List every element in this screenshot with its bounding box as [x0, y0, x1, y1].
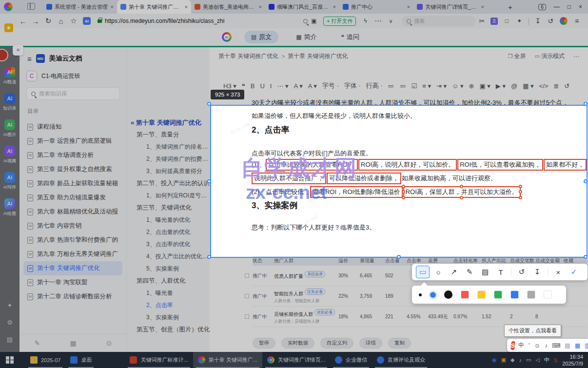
color-swatch[interactable]	[444, 291, 452, 299]
color-swatch[interactable]	[419, 293, 422, 296]
color-swatch[interactable]	[510, 291, 519, 299]
snip-tool-button[interactable]: ✎	[463, 266, 476, 278]
color-swatch[interactable]	[494, 291, 502, 299]
color-swatch[interactable]	[477, 291, 486, 299]
red-annotation-box: 如果都不好，	[544, 159, 587, 171]
color-swatch[interactable]	[430, 292, 436, 298]
snip-tool-button[interactable]: T	[494, 266, 508, 278]
snip-tool-button[interactable]: ↗	[447, 266, 461, 278]
selection-size-label: 925 × 373	[211, 90, 244, 99]
selection-handle[interactable]	[207, 179, 211, 183]
ime-icon[interactable]: ▦	[575, 342, 580, 349]
sogou-logo-icon[interactable]: S	[510, 341, 515, 350]
red-annotation-box: ROI高，说明人群好，可以加价。	[358, 159, 457, 171]
selection-handle[interactable]	[397, 102, 401, 106]
snip-dim-top	[0, 0, 588, 105]
watermark-text: zx-cc.net	[246, 182, 327, 203]
paragraph: 思考：判断以下哪个人群更好？临界值是3。	[252, 223, 375, 232]
watermark-text: 自学成才网	[241, 154, 358, 183]
ime-icon[interactable]: ☺	[534, 342, 540, 349]
ime-tooltip: 个性设置，点我看看	[504, 325, 561, 337]
paragraph: 如果溢价够，但人群曝光还是很少，说明人群体量比较小。	[252, 112, 416, 120]
ime-icon[interactable]: ▥	[585, 342, 588, 349]
selection-handle[interactable]	[584, 102, 588, 106]
snip-toolbar: ▭○↗✎▨T ↺ ↧ × ✓	[412, 264, 588, 280]
snip-tool-button[interactable]: ▭	[416, 266, 430, 278]
snip-color-palette	[412, 286, 566, 304]
confirm-snip-button[interactable]: ✓	[567, 266, 581, 278]
ime-icon[interactable]: ⌨	[552, 342, 560, 349]
ime-icon[interactable]: 中	[518, 341, 524, 349]
selection-handle[interactable]	[397, 255, 401, 259]
snip-tool-button[interactable]: ▨	[478, 266, 492, 278]
selection-handle[interactable]	[207, 255, 211, 259]
snip-dim-left	[0, 105, 210, 258]
ime-icon[interactable]: ♪	[545, 342, 548, 349]
snip-tool-button[interactable]: ○	[431, 266, 445, 278]
color-swatch[interactable]	[544, 291, 552, 299]
ime-bar: S 中’☺♪⌨▤▦▥	[507, 339, 588, 352]
selection-handle[interactable]	[207, 102, 211, 106]
selected-annotation-box[interactable]: ROI高，保留人群，并且可以加大溢价。	[403, 186, 521, 198]
color-swatch[interactable]	[461, 291, 469, 299]
cancel-snip-button[interactable]: ×	[551, 266, 565, 278]
selection-handle[interactable]	[584, 255, 588, 259]
screen: 系统管理 - 美迪云管理 × 第十章 关键词推广优化 × 美迪创客_美迪电商_美…	[0, 0, 588, 368]
download-button[interactable]: ↧	[530, 266, 544, 278]
selection-handle[interactable]	[584, 179, 588, 183]
ime-icon[interactable]: ▤	[565, 342, 570, 349]
ime-icon[interactable]: ’	[529, 342, 530, 349]
color-swatch[interactable]	[527, 291, 535, 299]
undo-button[interactable]: ↺	[515, 266, 529, 278]
heading-click-rate: 2、点击率	[252, 124, 289, 136]
